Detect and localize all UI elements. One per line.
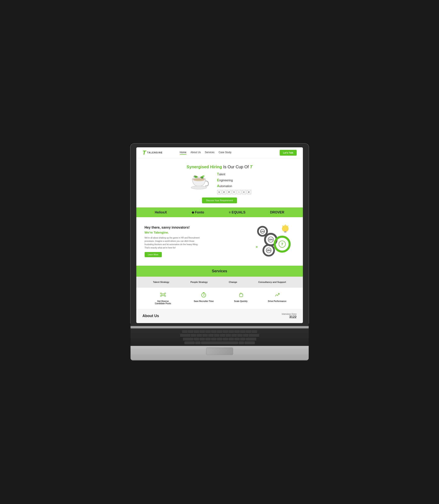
screen-bezel: T TALENGINE Home About Us Services Case … (131, 144, 309, 323)
trackpad[interactable] (206, 347, 233, 355)
lets-talk-button[interactable]: Let's Talk (280, 150, 296, 156)
gear-graphic: 13% 23% T (253, 223, 295, 259)
nav-about[interactable]: About Us (191, 151, 201, 155)
laptop-container: T TALENGINE Home About Us Services Case … (131, 144, 309, 360)
tea-cup-image (188, 173, 211, 193)
key (240, 330, 245, 333)
website-screen: T TALENGINE Home About Us Services Case … (136, 147, 303, 323)
about-intro-title: Hey there, savvy innovators! (145, 226, 247, 229)
tea-cup-svg (188, 173, 211, 192)
learn-more-button[interactable]: Learn More (145, 252, 162, 257)
feature-diverse: Get Diverse Candidate Pools (153, 292, 173, 305)
scale-icon (238, 292, 244, 299)
key (226, 334, 231, 337)
tab-talent-strategy[interactable]: Talent Strategy (153, 281, 170, 283)
feature-recruiter-label: Save Recruiter Time (194, 300, 214, 302)
navigation: T TALENGINE Home About Us Services Case … (136, 147, 303, 158)
svg-point-34 (203, 295, 204, 295)
key-row-1 (143, 330, 296, 333)
features-row: Get Diverse Candidate Pools Save Recruit… (136, 287, 303, 309)
key (180, 334, 190, 337)
key-row-4 (143, 341, 296, 345)
tea-a-line: Automation (217, 183, 251, 189)
logo-letter: T (143, 150, 146, 156)
discuss-requirement-button[interactable]: Discuss Your Requirement (202, 197, 237, 203)
hero-headline: Synergised Hiring Is Our Cup Of T (143, 165, 297, 169)
nav-services[interactable]: Services (205, 151, 214, 155)
box-r: R (227, 190, 231, 194)
logo-area: T TALENGINE (143, 150, 167, 156)
nav-casestudy[interactable]: Case Study (219, 151, 232, 155)
key (229, 330, 234, 333)
key (249, 334, 259, 337)
key (197, 334, 202, 337)
hero-t-letter: T (250, 165, 252, 169)
key (239, 341, 244, 345)
trackpad-section (131, 346, 309, 358)
tea-acronym: Talent Engineering Automation S E R V (217, 171, 251, 194)
key (243, 334, 248, 337)
key (240, 338, 245, 341)
hero-body: Talent Engineering Automation S E R V (143, 171, 297, 194)
feature-recruiter: Save Recruiter Time (194, 292, 214, 305)
tab-people-strategy[interactable]: People Strategy (190, 281, 207, 283)
nav-home[interactable]: Home (180, 151, 186, 155)
svg-point-2 (191, 186, 207, 189)
svg-text:13%: 13% (260, 231, 264, 233)
svg-point-24 (160, 295, 162, 296)
svg-text:»: » (256, 245, 258, 249)
svg-line-7 (282, 225, 283, 226)
key (252, 330, 257, 333)
key (194, 338, 199, 341)
key (220, 334, 225, 337)
svg-point-22 (160, 293, 162, 294)
performance-icon (274, 292, 280, 299)
svg-text:18%: 18% (267, 249, 270, 252)
key (211, 338, 217, 341)
svg-point-25 (164, 295, 166, 296)
box-i: I (237, 190, 241, 194)
key-row-3 (143, 338, 296, 341)
network-icon (160, 292, 166, 298)
feature-diverse-label: Get Diverse Candidate Pools (153, 300, 173, 305)
hero-green-text: Synergised Hiring (187, 165, 222, 169)
key (195, 341, 201, 345)
key (194, 330, 199, 333)
tea-t-line: Talent (217, 171, 251, 177)
feature-performance: Drive Performance (268, 292, 286, 305)
key (223, 338, 228, 341)
key (184, 341, 195, 345)
interviews-value: 3122 (282, 315, 297, 319)
about-description: We're all about shaking up the game in H… (145, 236, 203, 249)
feature-performance-label: Drive Performance (268, 300, 286, 302)
keyboard-section (131, 329, 309, 346)
feature-scale: Scale Quickly (234, 292, 248, 305)
key (234, 338, 240, 341)
brand-fonto: ◆ Fonto (192, 210, 204, 214)
about-bottom-title: About Us (143, 314, 159, 318)
about-text-block: Hey there, savvy innovators! We're Talen… (145, 226, 247, 257)
logo-bar: HeliosX ◆ Fonto ≡ EQUALS DROVER (136, 208, 303, 217)
key (246, 330, 251, 333)
feature-scale-label: Scale Quickly (234, 300, 248, 302)
services-header: Services (136, 266, 303, 277)
tab-consultancy[interactable]: Consultancy and Support (258, 281, 286, 283)
key (232, 334, 237, 337)
svg-point-1 (193, 178, 205, 181)
key (205, 330, 211, 333)
key (234, 330, 240, 333)
tab-change[interactable]: Change (229, 281, 237, 283)
box-s: S (217, 190, 221, 194)
box-v: V (232, 190, 236, 194)
key (237, 334, 243, 337)
logo-name: TALENGINE (147, 151, 163, 154)
bottom-bezel (131, 323, 309, 326)
diverse-icon (160, 292, 166, 299)
service-letter-boxes: S E R V I C E (217, 190, 251, 194)
about-subtitle: We're Talengine. (145, 231, 247, 234)
key-row-2 (143, 334, 296, 337)
key (199, 330, 205, 333)
key (202, 334, 208, 337)
svg-point-21 (162, 294, 164, 296)
key (214, 334, 220, 337)
